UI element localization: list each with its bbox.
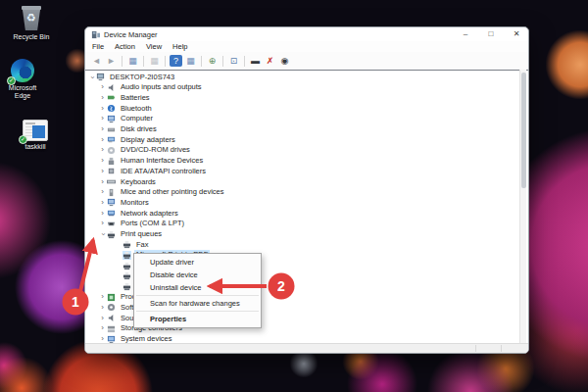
expand-chevron-icon[interactable]: › bbox=[98, 93, 107, 103]
menu-view[interactable]: View bbox=[146, 42, 162, 51]
tree-row-bluetooth[interactable]: ›Bluetooth bbox=[85, 103, 154, 114]
printer-icon bbox=[107, 230, 116, 239]
desktop-icon-microsoft-edge[interactable]: ✓ Microsoft Edge bbox=[0, 59, 45, 100]
context-menu-separator bbox=[136, 295, 259, 296]
tree-row-dvd-cd-rom-drives[interactable]: ›DVD/CD-ROM drives bbox=[85, 145, 192, 156]
list-view-icon[interactable]: ▦ bbox=[184, 55, 197, 67]
expand-chevron-icon[interactable]: › bbox=[98, 292, 107, 302]
expand-chevron-icon[interactable]: › bbox=[98, 219, 107, 228]
network-icon bbox=[107, 209, 116, 218]
toolbar-separator bbox=[244, 56, 245, 67]
expand-chevron-icon[interactable]: › bbox=[98, 187, 107, 197]
expand-chevron-icon[interactable]: › bbox=[98, 114, 107, 123]
tree-row-printer[interactable] bbox=[85, 281, 138, 292]
tree-row-fax[interactable]: Fax bbox=[85, 239, 151, 250]
port-icon bbox=[107, 220, 116, 228]
cd-icon bbox=[107, 146, 116, 155]
properties-panel-icon[interactable]: ▦ bbox=[148, 55, 161, 67]
expand-chevron-icon[interactable]: › bbox=[98, 145, 107, 155]
expand-chevron-icon[interactable]: › bbox=[98, 209, 107, 219]
tree-row-ide-ata-atapi-controllers[interactable]: ›IDE ATA/ATAPI controllers bbox=[85, 166, 208, 176]
close-button[interactable]: ✕ bbox=[511, 27, 522, 41]
menu-bar: FileActionViewHelp bbox=[85, 41, 528, 52]
remote-computer-icon[interactable]: ⊡ bbox=[227, 55, 240, 67]
back-icon[interactable]: ◄ bbox=[90, 55, 103, 67]
taskkill-label: taskkill bbox=[24, 143, 45, 151]
disable-device-icon[interactable]: ◉ bbox=[278, 55, 291, 67]
tree-row-label: Fax bbox=[134, 240, 151, 250]
tree-row-label: Computer bbox=[119, 114, 155, 123]
tree-row-label: Keyboards bbox=[119, 177, 158, 187]
tree-row-printer[interactable] bbox=[85, 270, 138, 281]
tree-row-audio-inputs-and-outputs[interactable]: ›Audio inputs and outputs bbox=[85, 82, 204, 93]
tree-row-ports-com-lpt[interactable]: ›Ports (COM & LPT) bbox=[85, 219, 186, 229]
expand-chevron-icon[interactable]: › bbox=[98, 167, 107, 176]
vertical-scrollbar[interactable] bbox=[519, 70, 526, 345]
tree-row-computer[interactable]: ›Computer bbox=[85, 114, 155, 124]
software-icon bbox=[107, 303, 116, 312]
desktop-icon-taskkill[interactable]: ✓ taskkill bbox=[12, 120, 59, 151]
context-menu: Update driverDisable deviceUninstall dev… bbox=[133, 253, 262, 328]
expand-chevron-icon[interactable]: › bbox=[98, 104, 107, 114]
collapse-chevron-icon[interactable]: › bbox=[87, 73, 97, 81]
printer-icon bbox=[122, 262, 131, 270]
tree-row-desktop-2i0s743[interactable]: ›DESKTOP-2I0S743 bbox=[85, 72, 176, 82]
tree-row-display-adapters[interactable]: ›Display adapters bbox=[85, 134, 177, 145]
tree-row-label: Audio inputs and outputs bbox=[119, 82, 204, 92]
tree-row-disk-drives[interactable]: ›Disk drives bbox=[85, 124, 159, 135]
edge-label: Microsoft Edge bbox=[9, 84, 36, 100]
speaker-icon bbox=[107, 314, 116, 322]
window-title: Device Manager bbox=[104, 30, 158, 39]
help-icon[interactable]: ? bbox=[170, 55, 182, 67]
minimize-button[interactable]: – bbox=[460, 27, 471, 41]
expand-chevron-icon[interactable]: › bbox=[98, 135, 107, 145]
device-manager-window: Device Manager – □ ✕ FileActionViewHelp … bbox=[84, 26, 529, 354]
expand-chevron-icon[interactable]: › bbox=[98, 303, 107, 313]
forward-icon[interactable]: ► bbox=[105, 55, 118, 67]
desktop: ♻ Recycle Bin ✓ Microsoft Edge ✓ taskkil… bbox=[0, 0, 588, 392]
context-menu-item-scan-for-hardware-changes[interactable]: Scan for hardware changes bbox=[134, 297, 261, 310]
tree-row-keyboards[interactable]: ›Keyboards bbox=[85, 176, 158, 187]
monitor-icon bbox=[107, 198, 116, 207]
tree-row-human-interface-devices[interactable]: ›Human Interface Devices bbox=[85, 156, 205, 167]
taskkill-check-badge-icon: ✓ bbox=[19, 135, 27, 144]
show-console-tree-icon[interactable]: ▦ bbox=[126, 55, 139, 67]
update-driver-icon[interactable]: ▬ bbox=[249, 55, 262, 67]
tree-row-label: Print queues bbox=[119, 229, 164, 239]
tree-row-label: Ports (COM & LPT) bbox=[119, 219, 186, 228]
expand-chevron-icon[interactable]: › bbox=[98, 82, 107, 92]
tree-row-printer[interactable] bbox=[85, 261, 138, 271]
expand-chevron-icon[interactable]: › bbox=[98, 156, 107, 166]
expand-chevron-icon[interactable]: › bbox=[98, 124, 107, 134]
expand-chevron-icon[interactable]: › bbox=[98, 198, 107, 208]
tree-row-monitors[interactable]: ›Monitors bbox=[85, 197, 151, 208]
chip-icon bbox=[107, 167, 116, 175]
uninstall-device-icon[interactable]: ✗ bbox=[264, 55, 276, 67]
context-menu-item-disable-device[interactable]: Disable device bbox=[134, 269, 261, 281]
recycle-bin-icon: ♻ bbox=[21, 6, 42, 31]
expand-chevron-icon[interactable]: › bbox=[98, 314, 107, 323]
scrollbar-thumb[interactable] bbox=[521, 73, 526, 188]
status-bar bbox=[85, 343, 528, 353]
bluetooth-icon bbox=[107, 104, 116, 113]
tree-row-label: Bluetooth bbox=[119, 104, 154, 114]
cpu-icon bbox=[107, 293, 116, 302]
menu-file[interactable]: File bbox=[92, 42, 104, 51]
scan-hardware-icon[interactable]: ⊕ bbox=[206, 55, 219, 67]
tree-row-print-queues[interactable]: ›Print queues bbox=[85, 229, 164, 240]
expand-chevron-icon[interactable]: › bbox=[98, 177, 107, 187]
expand-chevron-icon[interactable]: › bbox=[98, 323, 107, 333]
tree-row-network-adapters[interactable]: ›Network adapters bbox=[85, 208, 180, 219]
context-menu-item-update-driver[interactable]: Update driver bbox=[134, 256, 261, 269]
context-menu-item-properties[interactable]: Properties bbox=[134, 313, 261, 325]
menu-help[interactable]: Help bbox=[172, 42, 187, 51]
collapse-chevron-icon[interactable]: › bbox=[98, 230, 108, 239]
printer-icon bbox=[122, 251, 131, 260]
tree-row-batteries[interactable]: ›Batteries bbox=[85, 92, 152, 103]
context-menu-item-uninstall-device[interactable]: Uninstall device bbox=[134, 281, 261, 294]
keyboard-icon bbox=[107, 177, 116, 186]
tree-row-mice-and-other-pointing-devices[interactable]: ›Mice and other pointing devices bbox=[85, 187, 225, 198]
menu-action[interactable]: Action bbox=[115, 42, 135, 51]
desktop-icon-recycle-bin[interactable]: ♻ Recycle Bin bbox=[8, 6, 55, 41]
maximize-button[interactable]: □ bbox=[485, 27, 497, 41]
